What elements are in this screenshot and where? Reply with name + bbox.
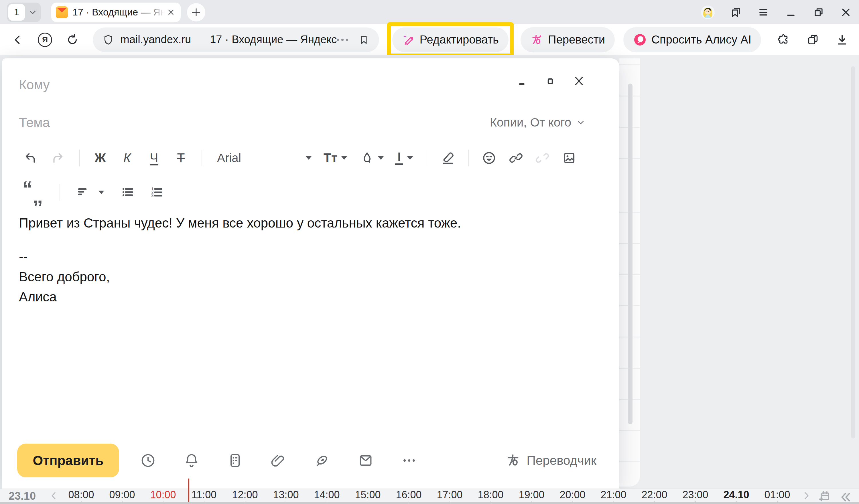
new-tab-button[interactable] <box>187 3 205 21</box>
user-avatar[interactable] <box>701 5 715 19</box>
window-scrollbar[interactable] <box>851 66 855 439</box>
attach-paperclip-icon[interactable] <box>270 452 287 469</box>
toolbar-divider <box>468 150 469 166</box>
timeline-hour: 18:00 <box>470 489 511 504</box>
bullet-list-icon[interactable] <box>120 185 135 200</box>
highlight-color-select[interactable] <box>360 151 384 165</box>
italic-button[interactable]: К <box>120 151 135 165</box>
schedule-send-clock-icon[interactable] <box>140 452 156 469</box>
magic-wand-icon <box>402 33 415 46</box>
window-restore-icon[interactable] <box>812 6 825 19</box>
compose-expand-icon[interactable] <box>544 75 556 87</box>
undo-icon[interactable] <box>24 151 38 165</box>
yandex-logo-icon[interactable]: Я <box>38 33 52 47</box>
chevron-down-icon[interactable] <box>28 7 37 17</box>
text-color-select[interactable]: I <box>395 151 413 165</box>
underline-button[interactable]: Ч <box>147 151 162 165</box>
compose-footer: Отправить <box>17 443 597 478</box>
toolbar-divider <box>427 150 427 166</box>
timeline-date: 23.10 <box>9 489 36 503</box>
shield-icon[interactable] <box>103 34 114 46</box>
translator-toggle[interactable]: Переводчик <box>506 453 597 468</box>
active-tab[interactable]: 17 · Входящие — Яндек <box>51 3 181 22</box>
compose-close-icon[interactable] <box>572 74 586 88</box>
url-page-title: 17 · Входящие — Яндекс Почта <box>210 33 336 46</box>
font-family-select[interactable]: Arial <box>217 151 312 165</box>
timeline-bar: 23.10 08:00 09:00 10:00 11:00 12:00 13:0… <box>0 489 859 502</box>
notes-template-icon[interactable] <box>227 452 243 469</box>
more-options-icon[interactable] <box>401 452 418 469</box>
insert-link-icon[interactable] <box>509 151 524 165</box>
bookmarks-icon[interactable] <box>729 6 742 19</box>
reminder-bell-icon[interactable] <box>183 452 200 469</box>
timeline-next-icon[interactable] <box>801 490 812 501</box>
url-more-icon[interactable] <box>337 39 348 41</box>
stamp-pen-icon[interactable] <box>314 452 330 469</box>
insert-image-icon[interactable] <box>562 151 577 165</box>
bold-button[interactable]: Ж <box>93 151 108 165</box>
timeline-prev-icon[interactable] <box>48 490 60 501</box>
timeline-hour: 22:00 <box>634 489 675 504</box>
edit-button-label: Редактировать <box>420 33 499 46</box>
menu-icon[interactable] <box>757 6 770 19</box>
paragraph-toolbar: “ „ <box>15 179 164 206</box>
font-size-select[interactable]: Тт <box>323 151 347 165</box>
translate-button[interactable]: Перевести <box>521 27 615 52</box>
message-body[interactable]: Привет из Страны чудес! У меня все хорош… <box>19 213 556 307</box>
edit-highlight-frame: Редактировать <box>387 22 514 57</box>
compose-minimize-icon[interactable] <box>516 75 528 87</box>
fill-drop-icon <box>360 151 374 165</box>
edit-button[interactable]: Редактировать <box>392 28 509 52</box>
subject-field[interactable]: Тема Копии, От кого <box>19 109 586 136</box>
remove-link-icon[interactable] <box>535 151 550 165</box>
caret-down-icon <box>306 156 312 160</box>
toolbar-divider <box>201 150 202 166</box>
add-event-calendar-icon[interactable] <box>818 490 831 503</box>
url-bar[interactable]: mail.yandex.ru 17 · Входящие — Яндекс По… <box>93 28 379 52</box>
reload-icon[interactable] <box>66 33 79 46</box>
translator-icon <box>506 453 521 468</box>
align-select[interactable] <box>76 185 104 199</box>
blockquote-button[interactable]: “ „ <box>22 180 43 205</box>
address-bar: Я mail.yandex.ru 17 · Входящие — Яндекс … <box>0 24 859 55</box>
caret-down-icon <box>341 156 347 160</box>
downloads-icon[interactable] <box>835 33 849 46</box>
caret-down-icon <box>99 190 104 194</box>
extensions-puzzle-icon[interactable] <box>777 33 790 46</box>
ask-alice-button[interactable]: Спросить Алису AI <box>623 27 761 52</box>
cc-from-toggle[interactable]: Копии, От кого <box>490 116 586 129</box>
timeline-next-date: 24.10 <box>716 489 757 504</box>
collapse-timeline-icon[interactable] <box>838 490 853 504</box>
browser-window: 1 17 · Входящие — Яндек <box>0 0 859 504</box>
toolbar-divider <box>60 184 60 201</box>
send-button[interactable]: Отправить <box>17 444 119 477</box>
numbered-list-icon[interactable]: 1 2 3 <box>149 185 164 200</box>
signature-line: Алиса <box>19 287 556 307</box>
strikethrough-button[interactable]: Т <box>174 151 189 165</box>
caret-down-icon <box>407 156 413 160</box>
tab-strip: 1 17 · Входящие — Яндек <box>0 0 859 24</box>
translator-label: Переводчик <box>527 453 597 468</box>
to-field[interactable]: Кому <box>19 71 505 98</box>
redo-icon[interactable] <box>50 151 65 165</box>
window-close-icon[interactable] <box>840 6 852 19</box>
timeline-hour: 21:00 <box>593 489 634 504</box>
toolbar-divider <box>79 150 80 166</box>
clear-format-eraser-icon[interactable] <box>440 151 455 165</box>
side-panels-icon[interactable] <box>806 33 819 46</box>
font-size-value: Тт <box>323 151 337 165</box>
back-icon[interactable] <box>12 33 24 46</box>
url-host[interactable]: mail.yandex.ru <box>120 33 191 46</box>
envelope-icon[interactable] <box>357 452 374 469</box>
emoji-icon[interactable] <box>482 151 497 165</box>
timeline-hour: 13:00 <box>266 489 306 504</box>
bookmark-flag-icon[interactable] <box>359 34 370 45</box>
timeline-hour: 19:00 <box>511 489 552 504</box>
tab-count-badge[interactable]: 1 <box>8 4 25 20</box>
timeline-hour: 20:00 <box>552 489 593 504</box>
tab-close-icon[interactable] <box>166 8 176 17</box>
window-minimize-icon[interactable] <box>785 6 797 19</box>
timeline-hour: 11:00 <box>183 489 225 504</box>
tab-group-selector[interactable]: 1 <box>7 3 41 22</box>
page-scrollbar[interactable] <box>628 83 633 424</box>
